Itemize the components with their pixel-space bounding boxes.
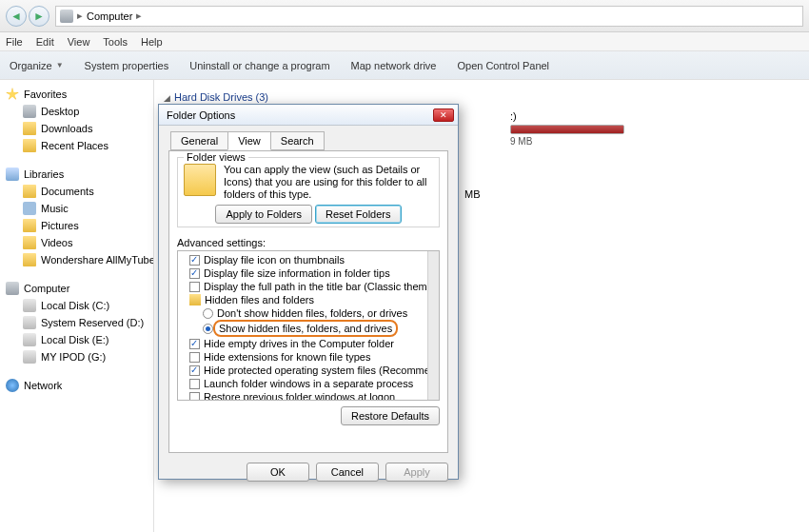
- close-button[interactable]: ✕: [433, 108, 454, 122]
- checkbox-icon[interactable]: [189, 339, 200, 349]
- disk-icon: [23, 333, 36, 346]
- drive-name: :): [510, 110, 624, 122]
- dialog-title: Folder Options: [167, 109, 433, 121]
- drive-usage-bar: [510, 125, 624, 134]
- scrollbar[interactable]: [427, 251, 439, 400]
- adv-hide-empty-drives[interactable]: Hide empty drives in the Computer folder: [182, 337, 425, 350]
- drive-free-text: MB: [464, 188, 481, 200]
- checkbox-icon[interactable]: [189, 379, 200, 389]
- sidebar-item-downloads[interactable]: Downloads: [6, 120, 153, 137]
- tab-general[interactable]: General: [170, 131, 228, 150]
- checkbox-icon[interactable]: [189, 255, 200, 266]
- adv-display-icon-thumb[interactable]: Display file icon on thumbnails: [182, 253, 425, 266]
- apply-to-folders-button[interactable]: Apply to Folders: [215, 205, 311, 224]
- organize-menu[interactable]: Organize▼: [10, 60, 64, 71]
- sidebar-item-pictures[interactable]: Pictures: [6, 217, 153, 234]
- sidebar-item-videos[interactable]: Videos: [6, 234, 153, 251]
- network-icon: [6, 379, 19, 392]
- tab-search[interactable]: Search: [270, 131, 325, 150]
- checkbox-icon[interactable]: [189, 268, 200, 279]
- sidebar-item-system-reserved[interactable]: System Reserved (D:): [6, 314, 153, 331]
- system-properties[interactable]: System properties: [85, 60, 169, 71]
- folder-options-dialog: Folder Options ✕ General View Search Fol…: [158, 104, 459, 480]
- adv-display-full-path[interactable]: Display the full path in the title bar (…: [182, 280, 425, 293]
- checkbox-icon[interactable]: [189, 352, 200, 363]
- sidebar-item-ipod[interactable]: MY IPOD (G:): [6, 348, 153, 365]
- advanced-settings-list[interactable]: Display file icon on thumbnails Display …: [177, 250, 440, 401]
- folder-views-text: You can apply the view (such as Details …: [224, 164, 433, 201]
- tab-pane-view: Folder views You can apply the view (suc…: [168, 150, 448, 453]
- reset-folders-button[interactable]: Reset Folders: [315, 205, 401, 224]
- ok-button[interactable]: OK: [247, 463, 309, 482]
- pictures-icon: [23, 219, 36, 232]
- music-icon: [23, 202, 36, 215]
- adv-hidden-group: Hidden files and folders: [182, 293, 425, 306]
- sidebar-item-wondershare[interactable]: Wondershare AllMyTube: [6, 251, 153, 268]
- forward-button[interactable]: ►: [29, 6, 49, 27]
- navigation-sidebar: Favorites Desktop Downloads Recent Place…: [0, 80, 154, 532]
- adv-launch-separate[interactable]: Launch folder windows in a separate proc…: [182, 377, 425, 390]
- checkbox-icon[interactable]: [189, 282, 200, 292]
- collapse-icon[interactable]: ◢: [164, 93, 170, 103]
- menu-file[interactable]: File: [6, 36, 23, 48]
- back-button[interactable]: ◄: [6, 6, 27, 27]
- checkbox-icon[interactable]: [189, 365, 200, 376]
- adv-restore-windows[interactable]: Restore previous folder windows at logon: [182, 390, 425, 401]
- sidebar-item-local-e[interactable]: Local Disk (E:): [6, 331, 153, 348]
- breadcrumb[interactable]: ▸ Computer ▸: [55, 6, 803, 27]
- documents-icon: [23, 185, 36, 198]
- disk-icon: [23, 316, 36, 329]
- menu-tools[interactable]: Tools: [103, 36, 128, 48]
- menu-edit[interactable]: Edit: [36, 36, 54, 48]
- computer-icon: [60, 10, 73, 23]
- dialog-title-bar[interactable]: Folder Options ✕: [159, 105, 458, 126]
- adv-dont-show-hidden[interactable]: Don't show hidden files, folders, or dri…: [182, 306, 425, 320]
- menu-bar: File Edit View Tools Help: [0, 32, 809, 51]
- folder-icon: [23, 122, 36, 135]
- sidebar-item-desktop[interactable]: Desktop: [6, 103, 153, 120]
- restore-defaults-button[interactable]: Restore Defaults: [341, 406, 440, 425]
- adv-show-hidden[interactable]: Show hidden files, folders, and drives: [182, 320, 425, 337]
- tab-view[interactable]: View: [227, 131, 271, 150]
- tabs: General View Search: [159, 126, 458, 150]
- uninstall-program[interactable]: Uninstall or change a program: [189, 60, 329, 71]
- breadcrumb-location[interactable]: Computer: [87, 10, 132, 22]
- desktop-icon: [23, 105, 36, 118]
- sidebar-item-recent[interactable]: Recent Places: [6, 137, 153, 154]
- sidebar-item-local-c[interactable]: Local Disk (C:): [6, 297, 153, 314]
- chevron-right-icon: ▸: [77, 10, 83, 22]
- address-bar: ◄ ► ▸ Computer ▸: [0, 0, 809, 32]
- adv-hide-protected[interactable]: Hide protected operating system files (R…: [182, 364, 425, 377]
- favorites-group[interactable]: Favorites: [6, 86, 153, 103]
- folder-views-icon: [184, 164, 216, 196]
- checkbox-icon[interactable]: [189, 392, 200, 402]
- menu-view[interactable]: View: [68, 36, 90, 48]
- adv-hide-extensions[interactable]: Hide extensions for known file types: [182, 350, 425, 364]
- open-control-panel[interactable]: Open Control Panel: [457, 60, 549, 71]
- radio-icon[interactable]: [203, 324, 213, 334]
- cancel-button[interactable]: Cancel: [316, 463, 379, 482]
- disk-icon: [23, 350, 36, 364]
- folder-views-group: Folder views You can apply the view (suc…: [177, 157, 440, 227]
- computer-group[interactable]: Computer: [6, 280, 153, 297]
- folder-icon: [23, 253, 36, 266]
- radio-icon[interactable]: [203, 308, 213, 319]
- folder-icon: [23, 139, 36, 152]
- sidebar-item-music[interactable]: Music: [6, 200, 153, 217]
- computer-icon: [6, 282, 19, 295]
- network-group[interactable]: Network: [6, 377, 153, 394]
- menu-help[interactable]: Help: [141, 36, 163, 48]
- adv-display-size-tips[interactable]: Display file size information in folder …: [182, 266, 425, 280]
- star-icon: [6, 88, 19, 101]
- disk-icon: [23, 299, 36, 312]
- libraries-icon: [6, 167, 19, 181]
- sidebar-item-documents[interactable]: Documents: [6, 183, 153, 200]
- folder-views-label: Folder views: [184, 151, 248, 163]
- chevron-right-icon: ▸: [136, 10, 142, 22]
- chevron-down-icon: ▼: [56, 61, 64, 69]
- folder-icon: [189, 294, 201, 305]
- libraries-group[interactable]: Libraries: [6, 166, 153, 183]
- map-network-drive[interactable]: Map network drive: [351, 60, 437, 71]
- drive-free-text: 9 MB: [510, 136, 624, 147]
- apply-button[interactable]: Apply: [385, 463, 448, 482]
